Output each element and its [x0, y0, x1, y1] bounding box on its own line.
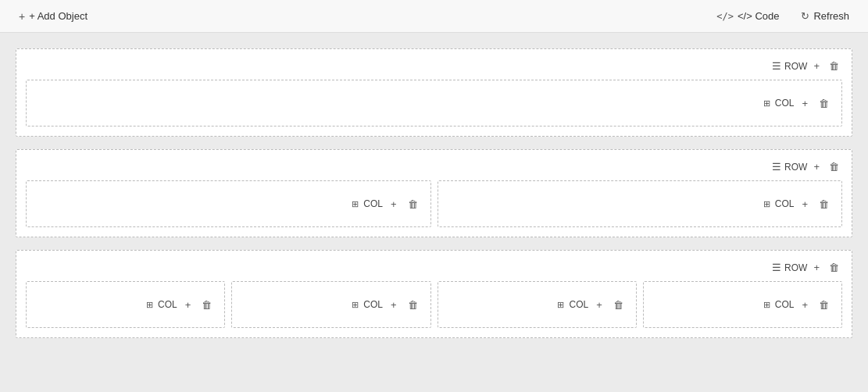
col-icon-1-1: ⊞ — [763, 98, 770, 109]
col-2-1-label: COL — [363, 198, 383, 209]
col-3-4-add-button[interactable]: + — [798, 298, 811, 312]
row-2-label: ROW — [784, 162, 807, 173]
trash-icon-col-2-1: 🗑 — [408, 198, 418, 210]
col-2-2: ⊞ COL + 🗑 — [438, 180, 843, 227]
col-icon-3-4: ⊞ — [763, 300, 770, 310]
toolbar: + + Add Object </> </> Code ↻ Refresh — [0, 0, 868, 33]
col-2-2-label: COL — [775, 198, 795, 209]
row-3-header: ☰ ROW + 🗑 — [26, 260, 842, 275]
trash-icon-row-1: 🗑 — [829, 60, 839, 72]
row-1-label: ROW — [784, 61, 807, 72]
col-3-4-label: COL — [775, 299, 795, 310]
col-icon-2-1: ⊞ — [352, 199, 359, 209]
row-2-controls: ☰ ROW + 🗑 — [772, 159, 842, 174]
col-3-1-delete-button[interactable]: 🗑 — [198, 298, 215, 312]
col-2-1-add-button[interactable]: + — [388, 197, 400, 212]
col-2-2-add-button[interactable]: + — [798, 197, 811, 212]
col-icon-3-3: ⊞ — [557, 300, 564, 310]
row-1-add-button[interactable]: + — [810, 59, 823, 73]
toolbar-left: + + Add Object — [13, 7, 94, 26]
col-3-2-delete-button[interactable]: 🗑 — [405, 298, 421, 312]
col-3-2: ⊞ COL + 🗑 — [231, 281, 430, 328]
col-1-1-delete-button[interactable]: 🗑 — [816, 96, 832, 111]
col-3-1: ⊞ COL + 🗑 — [26, 281, 225, 328]
code-icon: </> — [716, 11, 734, 22]
col-3-1-add-button[interactable]: + — [182, 298, 195, 312]
col-1-1-add-button[interactable]: + — [798, 96, 811, 111]
refresh-button[interactable]: ↻ Refresh — [795, 7, 855, 25]
row-container-2: ☰ ROW + 🗑 ⊞ COL + 🗑 ⊞ COL + — [16, 149, 852, 237]
col-3-1-label: COL — [158, 299, 177, 310]
col-3-3-delete-button[interactable]: 🗑 — [610, 298, 627, 312]
trash-icon-col-3-4: 🗑 — [819, 299, 829, 311]
row-1-header: ☰ ROW + 🗑 — [26, 59, 842, 73]
toolbar-right: </> </> Code ↻ Refresh — [710, 7, 855, 25]
col-3-2-add-button[interactable]: + — [388, 298, 400, 312]
trash-icon-row-2: 🗑 — [829, 161, 839, 173]
add-object-button[interactable]: + + Add Object — [13, 7, 94, 26]
col-3-3: ⊞ COL + 🗑 — [438, 281, 637, 328]
col-3-2-label: COL — [363, 299, 383, 310]
col-3-4: ⊞ COL + 🗑 — [643, 281, 842, 328]
col-icon-2-2: ⊞ — [763, 199, 770, 209]
trash-icon-col-3-1: 🗑 — [202, 299, 212, 311]
col-1-1: ⊞ COL + 🗑 — [26, 80, 842, 127]
trash-icon-row-3: 🗑 — [829, 262, 839, 273]
trash-icon-col-2-2: 🗑 — [819, 198, 829, 210]
row-3-cols: ⊞ COL + 🗑 ⊞ COL + 🗑 ⊞ COL + 🗑 — [26, 281, 842, 328]
row-container-1: ☰ ROW + 🗑 ⊞ COL + 🗑 — [16, 48, 852, 137]
refresh-icon: ↻ — [801, 10, 809, 22]
col-3-4-delete-button[interactable]: 🗑 — [816, 298, 832, 312]
col-3-3-label: COL — [569, 299, 588, 310]
row-3-delete-button[interactable]: 🗑 — [826, 260, 842, 275]
plus-icon: + — [19, 10, 25, 23]
col-2-1-delete-button[interactable]: 🗑 — [405, 197, 421, 212]
rows-icon-1: ☰ — [772, 60, 781, 72]
row-3-controls: ☰ ROW + 🗑 — [772, 260, 842, 275]
row-1-controls: ☰ ROW + 🗑 — [772, 59, 842, 73]
rows-icon-2: ☰ — [772, 161, 781, 173]
row-3-add-button[interactable]: + — [810, 260, 823, 275]
trash-icon-col-1-1: 🗑 — [819, 98, 829, 109]
code-label: </> Code — [738, 10, 780, 22]
col-1-1-label: COL — [775, 98, 795, 109]
col-3-3-add-button[interactable]: + — [593, 298, 605, 312]
col-icon-3-2: ⊞ — [352, 300, 359, 310]
row-1-delete-button[interactable]: 🗑 — [826, 59, 842, 73]
row-3-label: ROW — [784, 262, 807, 273]
row-1-cols: ⊞ COL + 🗑 — [26, 80, 842, 127]
row-2-header: ☰ ROW + 🗑 — [26, 159, 842, 174]
rows-icon-3: ☰ — [772, 262, 781, 273]
row-2-delete-button[interactable]: 🗑 — [826, 159, 842, 174]
col-icon-3-1: ⊞ — [146, 300, 153, 310]
trash-icon-col-3-2: 🗑 — [408, 299, 418, 311]
trash-icon-col-3-3: 🗑 — [613, 299, 623, 311]
row-2-add-button[interactable]: + — [810, 159, 823, 174]
refresh-label: Refresh — [813, 10, 849, 22]
add-object-label: + Add Object — [29, 10, 88, 22]
col-2-2-delete-button[interactable]: 🗑 — [816, 197, 832, 212]
col-2-1: ⊞ COL + 🗑 — [26, 180, 431, 227]
canvas: ☰ ROW + 🗑 ⊞ COL + 🗑 ☰ ROW — [0, 33, 868, 392]
row-container-3: ☰ ROW + 🗑 ⊞ COL + 🗑 ⊞ COL + — [16, 250, 852, 338]
row-2-cols: ⊞ COL + 🗑 ⊞ COL + 🗑 — [26, 180, 842, 227]
code-button[interactable]: </> </> Code — [710, 7, 785, 25]
